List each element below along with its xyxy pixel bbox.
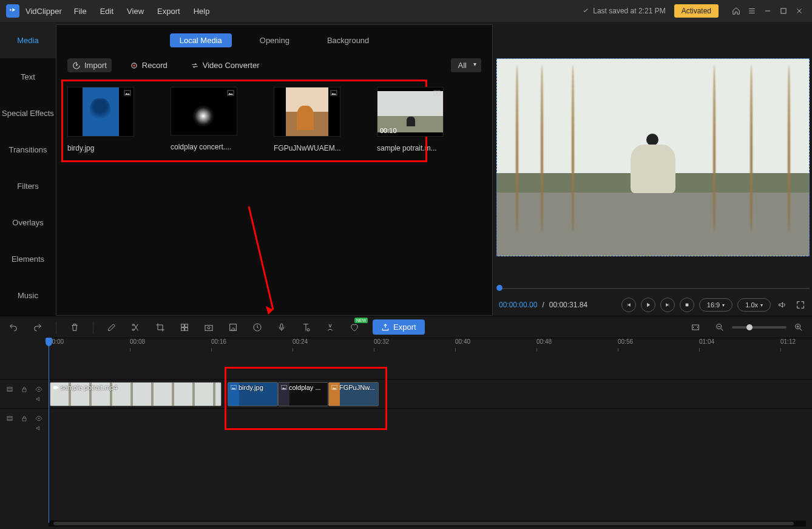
- zoom-slider[interactable]: [732, 326, 787, 329]
- menu-view[interactable]: View: [127, 7, 144, 16]
- media-item-sample[interactable]: 00:10 sample potrait.m...: [377, 87, 450, 152]
- clip-coldplay[interactable]: coldplay ...: [278, 382, 328, 406]
- sidebar-music[interactable]: Music: [0, 277, 56, 313]
- video-track-2[interactable]: [0, 408, 812, 437]
- sidebar-media[interactable]: Media: [0, 22, 56, 58]
- media-panel: Local Media Opening Background Import Re…: [56, 24, 493, 316]
- delete-button[interactable]: [69, 321, 81, 333]
- eye-icon[interactable]: [35, 415, 42, 422]
- svg-point-24: [38, 389, 39, 390]
- hamburger-icon[interactable]: [745, 4, 759, 18]
- media-filter-dropdown[interactable]: All: [451, 58, 481, 72]
- converter-button[interactable]: Video Converter: [186, 58, 265, 72]
- svg-rect-0: [781, 9, 786, 13]
- export-icon: [381, 323, 390, 332]
- filmstrip-icon[interactable]: [6, 415, 13, 422]
- favorite-icon[interactable]: NEW: [348, 321, 360, 333]
- export-button[interactable]: Export: [373, 319, 425, 335]
- snapshot-button[interactable]: [203, 321, 215, 333]
- sidebar-transitions[interactable]: Transitions: [0, 131, 56, 168]
- timeline-tracks: sample potrait.mp4 birdy.jpg coldplay ..…: [0, 355, 812, 437]
- sidebar-filters[interactable]: Filters: [0, 168, 56, 204]
- app-logo: [6, 4, 19, 18]
- timeline-ruler[interactable]: 00:00 00:08 00:16 00:24 00:32 00:40 00:4…: [49, 338, 812, 355]
- volume-icon[interactable]: [776, 298, 789, 312]
- time-total: 00:00:31.84: [549, 301, 587, 309]
- crop-button[interactable]: [154, 321, 166, 333]
- freeze-button[interactable]: [227, 321, 239, 333]
- redo-button[interactable]: [32, 321, 44, 333]
- svg-line-7: [249, 206, 273, 310]
- split-button[interactable]: [130, 321, 142, 333]
- minimize-icon[interactable]: [761, 4, 774, 18]
- fit-icon[interactable]: [689, 321, 702, 333]
- converter-icon: [191, 61, 199, 70]
- sidebar-text[interactable]: Text: [0, 58, 56, 95]
- clip-sample-video[interactable]: sample potrait.mp4: [50, 382, 222, 406]
- zoom-out-button[interactable]: [714, 321, 726, 333]
- speed-button[interactable]: 1.0x▾: [737, 298, 771, 312]
- media-item-birdy[interactable]: birdy.jpg: [67, 87, 140, 152]
- speed-icon[interactable]: [251, 321, 263, 333]
- svg-rect-17: [280, 324, 283, 328]
- close-icon[interactable]: [793, 4, 806, 18]
- clip-birdy[interactable]: birdy.jpg: [228, 382, 278, 406]
- time-current: 00:00:00.00: [499, 301, 537, 309]
- prev-frame-button[interactable]: [621, 298, 636, 312]
- tab-background[interactable]: Background: [317, 33, 379, 47]
- voiceover-icon[interactable]: [276, 321, 288, 333]
- timeline-scrollbar[interactable]: [49, 520, 806, 527]
- maximize-icon[interactable]: [777, 4, 790, 18]
- sidebar-effects[interactable]: Special Effects: [0, 95, 56, 131]
- svg-point-2: [133, 64, 135, 67]
- check-icon: [582, 7, 589, 15]
- record-button[interactable]: Record: [125, 58, 172, 72]
- menu-help[interactable]: Help: [194, 7, 210, 16]
- svg-rect-30: [22, 418, 26, 421]
- svg-rect-25: [53, 386, 57, 389]
- import-icon: [72, 61, 81, 70]
- mosaic-button[interactable]: [178, 321, 191, 333]
- tab-local-media[interactable]: Local Media: [170, 33, 232, 47]
- tab-opening[interactable]: Opening: [250, 33, 299, 47]
- menu-file[interactable]: File: [74, 7, 87, 16]
- aspect-ratio-button[interactable]: 16:9▾: [699, 298, 732, 312]
- filmstrip-icon[interactable]: [6, 386, 13, 393]
- svg-rect-23: [22, 389, 26, 392]
- svg-rect-13: [205, 325, 212, 330]
- lock-icon[interactable]: [21, 415, 28, 422]
- playhead[interactable]: [49, 338, 49, 523]
- sidebar-overlays[interactable]: Overlays: [0, 204, 56, 241]
- sidebar-elements[interactable]: Elements: [0, 241, 56, 277]
- eye-icon[interactable]: [35, 386, 42, 393]
- titlebar: VidClipper File Edit View Export Help La…: [0, 0, 812, 22]
- save-status: Last saved at 2:21 PM: [582, 7, 665, 15]
- import-button[interactable]: Import: [67, 58, 112, 72]
- text-to-speech-icon[interactable]: [300, 321, 312, 333]
- preview-viewport[interactable]: [496, 58, 810, 256]
- edit-button[interactable]: [106, 321, 118, 333]
- stop-button[interactable]: [680, 298, 694, 312]
- lock-icon[interactable]: [21, 386, 28, 393]
- next-frame-button[interactable]: [660, 298, 675, 312]
- undo-button[interactable]: [7, 321, 19, 333]
- clip-fgpu[interactable]: FGPuJNw...: [328, 382, 379, 406]
- fullscreen-icon[interactable]: [794, 298, 807, 312]
- preview-seekbar[interactable]: [496, 283, 810, 294]
- mute-icon[interactable]: [35, 425, 42, 432]
- mute-icon[interactable]: [35, 395, 42, 403]
- media-item-coldplay[interactable]: coldplay concert....: [171, 87, 243, 152]
- ai-tools-icon[interactable]: [324, 321, 336, 333]
- play-button[interactable]: [641, 298, 655, 312]
- zoom-in-button[interactable]: [793, 321, 805, 333]
- track-head: [0, 409, 49, 437]
- svg-rect-9: [181, 324, 184, 327]
- menu-export[interactable]: Export: [157, 7, 180, 16]
- activated-badge[interactable]: Activated: [674, 4, 719, 18]
- preview-panel: 00:00:00.00 / 00:00:31.84 16:9▾ 1.0x▾: [494, 22, 812, 316]
- home-icon[interactable]: [729, 4, 743, 18]
- menu-edit[interactable]: Edit: [100, 7, 113, 16]
- video-track-1[interactable]: sample potrait.mp4 birdy.jpg coldplay ..…: [0, 379, 812, 408]
- media-item-fgpu[interactable]: FGPuJNwWUAEM...: [274, 87, 347, 152]
- svg-rect-12: [185, 327, 188, 330]
